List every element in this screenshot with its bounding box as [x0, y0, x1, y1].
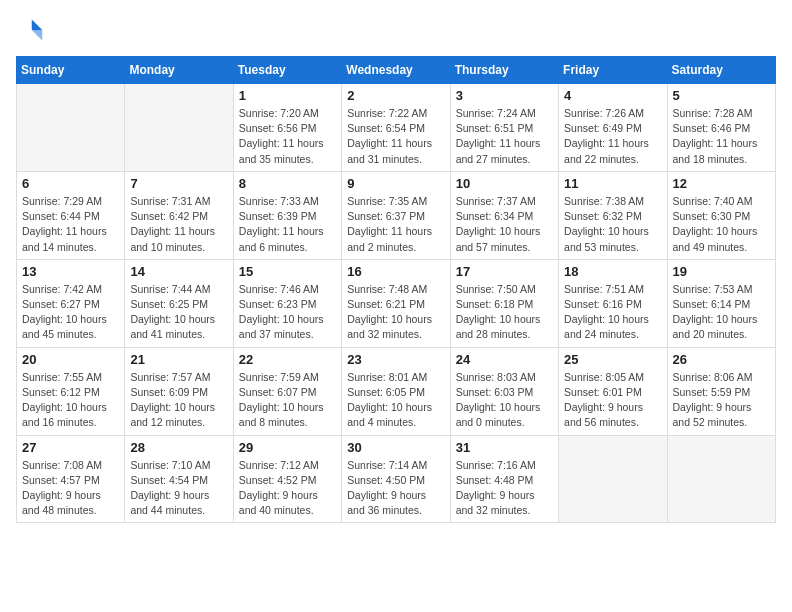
day-detail: Sunrise: 7:26 AM Sunset: 6:49 PM Dayligh… — [564, 106, 661, 167]
day-detail: Sunrise: 7:12 AM Sunset: 4:52 PM Dayligh… — [239, 458, 336, 519]
day-number: 11 — [564, 176, 661, 191]
day-number: 23 — [347, 352, 444, 367]
day-number: 4 — [564, 88, 661, 103]
day-number: 14 — [130, 264, 227, 279]
day-number: 26 — [673, 352, 770, 367]
day-detail: Sunrise: 7:29 AM Sunset: 6:44 PM Dayligh… — [22, 194, 119, 255]
day-number: 3 — [456, 88, 553, 103]
day-number: 17 — [456, 264, 553, 279]
day-detail: Sunrise: 7:22 AM Sunset: 6:54 PM Dayligh… — [347, 106, 444, 167]
weekday-header: Saturday — [667, 57, 775, 84]
day-number: 21 — [130, 352, 227, 367]
calendar-cell — [559, 435, 667, 523]
calendar-cell: 10Sunrise: 7:37 AM Sunset: 6:34 PM Dayli… — [450, 171, 558, 259]
calendar-cell: 13Sunrise: 7:42 AM Sunset: 6:27 PM Dayli… — [17, 259, 125, 347]
weekday-header: Sunday — [17, 57, 125, 84]
weekday-header: Wednesday — [342, 57, 450, 84]
day-number: 8 — [239, 176, 336, 191]
day-number: 5 — [673, 88, 770, 103]
calendar-week-row: 1Sunrise: 7:20 AM Sunset: 6:56 PM Daylig… — [17, 84, 776, 172]
day-detail: Sunrise: 7:53 AM Sunset: 6:14 PM Dayligh… — [673, 282, 770, 343]
day-number: 15 — [239, 264, 336, 279]
day-number: 10 — [456, 176, 553, 191]
calendar-cell: 16Sunrise: 7:48 AM Sunset: 6:21 PM Dayli… — [342, 259, 450, 347]
day-number: 16 — [347, 264, 444, 279]
day-detail: Sunrise: 7:48 AM Sunset: 6:21 PM Dayligh… — [347, 282, 444, 343]
day-detail: Sunrise: 7:51 AM Sunset: 6:16 PM Dayligh… — [564, 282, 661, 343]
calendar-cell: 30Sunrise: 7:14 AM Sunset: 4:50 PM Dayli… — [342, 435, 450, 523]
day-detail: Sunrise: 7:57 AM Sunset: 6:09 PM Dayligh… — [130, 370, 227, 431]
day-detail: Sunrise: 8:03 AM Sunset: 6:03 PM Dayligh… — [456, 370, 553, 431]
weekday-header: Monday — [125, 57, 233, 84]
day-detail: Sunrise: 7:16 AM Sunset: 4:48 PM Dayligh… — [456, 458, 553, 519]
calendar-cell: 25Sunrise: 8:05 AM Sunset: 6:01 PM Dayli… — [559, 347, 667, 435]
day-detail: Sunrise: 8:01 AM Sunset: 6:05 PM Dayligh… — [347, 370, 444, 431]
day-number: 18 — [564, 264, 661, 279]
weekday-header: Thursday — [450, 57, 558, 84]
day-detail: Sunrise: 7:24 AM Sunset: 6:51 PM Dayligh… — [456, 106, 553, 167]
calendar-cell: 31Sunrise: 7:16 AM Sunset: 4:48 PM Dayli… — [450, 435, 558, 523]
day-number: 12 — [673, 176, 770, 191]
day-detail: Sunrise: 7:37 AM Sunset: 6:34 PM Dayligh… — [456, 194, 553, 255]
day-number: 9 — [347, 176, 444, 191]
calendar-cell: 18Sunrise: 7:51 AM Sunset: 6:16 PM Dayli… — [559, 259, 667, 347]
logo-icon — [16, 16, 44, 44]
calendar-cell: 4Sunrise: 7:26 AM Sunset: 6:49 PM Daylig… — [559, 84, 667, 172]
weekday-header: Friday — [559, 57, 667, 84]
logo — [16, 16, 48, 44]
calendar-cell: 27Sunrise: 7:08 AM Sunset: 4:57 PM Dayli… — [17, 435, 125, 523]
calendar-cell: 6Sunrise: 7:29 AM Sunset: 6:44 PM Daylig… — [17, 171, 125, 259]
day-detail: Sunrise: 7:31 AM Sunset: 6:42 PM Dayligh… — [130, 194, 227, 255]
day-detail: Sunrise: 7:08 AM Sunset: 4:57 PM Dayligh… — [22, 458, 119, 519]
calendar-week-row: 13Sunrise: 7:42 AM Sunset: 6:27 PM Dayli… — [17, 259, 776, 347]
calendar-cell: 19Sunrise: 7:53 AM Sunset: 6:14 PM Dayli… — [667, 259, 775, 347]
calendar-week-row: 20Sunrise: 7:55 AM Sunset: 6:12 PM Dayli… — [17, 347, 776, 435]
calendar-cell: 24Sunrise: 8:03 AM Sunset: 6:03 PM Dayli… — [450, 347, 558, 435]
day-detail: Sunrise: 7:42 AM Sunset: 6:27 PM Dayligh… — [22, 282, 119, 343]
day-detail: Sunrise: 7:33 AM Sunset: 6:39 PM Dayligh… — [239, 194, 336, 255]
calendar-cell: 12Sunrise: 7:40 AM Sunset: 6:30 PM Dayli… — [667, 171, 775, 259]
calendar-cell: 2Sunrise: 7:22 AM Sunset: 6:54 PM Daylig… — [342, 84, 450, 172]
calendar-cell: 22Sunrise: 7:59 AM Sunset: 6:07 PM Dayli… — [233, 347, 341, 435]
calendar-cell: 9Sunrise: 7:35 AM Sunset: 6:37 PM Daylig… — [342, 171, 450, 259]
calendar-cell: 15Sunrise: 7:46 AM Sunset: 6:23 PM Dayli… — [233, 259, 341, 347]
calendar-week-row: 27Sunrise: 7:08 AM Sunset: 4:57 PM Dayli… — [17, 435, 776, 523]
day-detail: Sunrise: 8:06 AM Sunset: 5:59 PM Dayligh… — [673, 370, 770, 431]
calendar-cell: 26Sunrise: 8:06 AM Sunset: 5:59 PM Dayli… — [667, 347, 775, 435]
calendar-cell — [667, 435, 775, 523]
day-number: 27 — [22, 440, 119, 455]
calendar-cell: 11Sunrise: 7:38 AM Sunset: 6:32 PM Dayli… — [559, 171, 667, 259]
day-detail: Sunrise: 7:35 AM Sunset: 6:37 PM Dayligh… — [347, 194, 444, 255]
calendar-cell: 3Sunrise: 7:24 AM Sunset: 6:51 PM Daylig… — [450, 84, 558, 172]
calendar-week-row: 6Sunrise: 7:29 AM Sunset: 6:44 PM Daylig… — [17, 171, 776, 259]
day-detail: Sunrise: 7:59 AM Sunset: 6:07 PM Dayligh… — [239, 370, 336, 431]
calendar-cell — [125, 84, 233, 172]
calendar-cell: 14Sunrise: 7:44 AM Sunset: 6:25 PM Dayli… — [125, 259, 233, 347]
calendar-cell: 29Sunrise: 7:12 AM Sunset: 4:52 PM Dayli… — [233, 435, 341, 523]
day-number: 6 — [22, 176, 119, 191]
day-detail: Sunrise: 7:40 AM Sunset: 6:30 PM Dayligh… — [673, 194, 770, 255]
calendar-header-row: SundayMondayTuesdayWednesdayThursdayFrid… — [17, 57, 776, 84]
day-detail: Sunrise: 7:38 AM Sunset: 6:32 PM Dayligh… — [564, 194, 661, 255]
day-detail: Sunrise: 7:55 AM Sunset: 6:12 PM Dayligh… — [22, 370, 119, 431]
calendar-cell: 17Sunrise: 7:50 AM Sunset: 6:18 PM Dayli… — [450, 259, 558, 347]
day-number: 19 — [673, 264, 770, 279]
day-detail: Sunrise: 7:10 AM Sunset: 4:54 PM Dayligh… — [130, 458, 227, 519]
calendar-cell: 23Sunrise: 8:01 AM Sunset: 6:05 PM Dayli… — [342, 347, 450, 435]
calendar-cell: 21Sunrise: 7:57 AM Sunset: 6:09 PM Dayli… — [125, 347, 233, 435]
calendar-cell: 7Sunrise: 7:31 AM Sunset: 6:42 PM Daylig… — [125, 171, 233, 259]
calendar-cell — [17, 84, 125, 172]
day-number: 25 — [564, 352, 661, 367]
day-detail: Sunrise: 7:44 AM Sunset: 6:25 PM Dayligh… — [130, 282, 227, 343]
day-number: 1 — [239, 88, 336, 103]
day-number: 20 — [22, 352, 119, 367]
day-number: 24 — [456, 352, 553, 367]
calendar-cell: 28Sunrise: 7:10 AM Sunset: 4:54 PM Dayli… — [125, 435, 233, 523]
calendar-table: SundayMondayTuesdayWednesdayThursdayFrid… — [16, 56, 776, 523]
day-number: 2 — [347, 88, 444, 103]
weekday-header: Tuesday — [233, 57, 341, 84]
day-number: 29 — [239, 440, 336, 455]
page-header — [16, 16, 776, 44]
day-number: 30 — [347, 440, 444, 455]
calendar-cell: 1Sunrise: 7:20 AM Sunset: 6:56 PM Daylig… — [233, 84, 341, 172]
